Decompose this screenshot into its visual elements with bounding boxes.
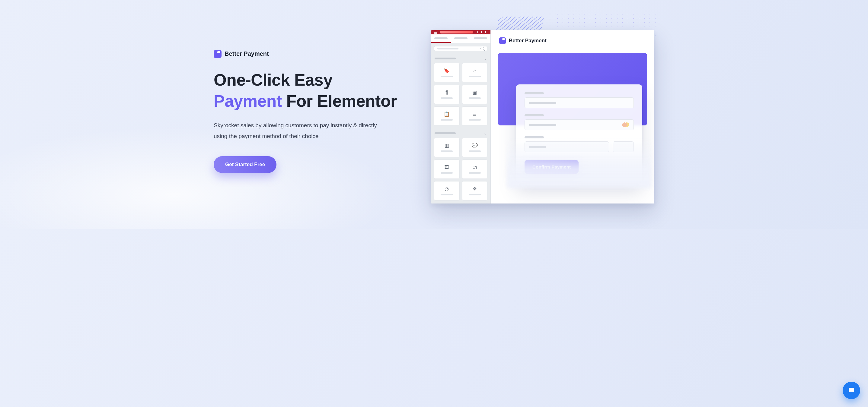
form-field-card [525, 114, 634, 130]
search-icon [480, 47, 484, 50]
editor-canvas: Better Payment [491, 30, 654, 203]
widget-piechart[interactable]: ◔ [434, 181, 460, 201]
form-field-3 [525, 136, 634, 152]
mastercard-icon [622, 123, 629, 127]
pilcrow-icon: ¶ [445, 90, 448, 95]
widget-grid-1: 🔖 ⌂ ¶ ▣ 📋 ≣ [431, 62, 490, 129]
hamburger-icon[interactable]: ☰ [434, 30, 438, 34]
widget-chat[interactable]: 💬 [462, 138, 488, 157]
panel-tab-2[interactable] [451, 34, 471, 43]
cvc-input[interactable] [613, 141, 634, 152]
elementor-panel-header: ☰ ⋮⋮⋮ [431, 30, 490, 34]
diagonal-lines-decoration [496, 16, 544, 32]
widget-image[interactable]: 🖼 [434, 160, 460, 179]
hero-illustration: ☰ ⋮⋮⋮ ⌄ 🔖 ⌂ [425, 18, 654, 205]
widget-clipboard[interactable]: 📋 [434, 106, 460, 126]
get-started-button[interactable]: Get Started Free [214, 156, 276, 173]
panel-tab-3[interactable] [470, 34, 490, 43]
page-title: One-Click Easy Payment For Elementor [214, 69, 401, 112]
widget-form[interactable]: 🗂 [462, 160, 488, 179]
subheadline: Skyrocket sales by allowing customers to… [214, 120, 383, 142]
widget-bookmark[interactable]: 🔖 [434, 63, 460, 82]
widget-columns[interactable]: ▥ [434, 138, 460, 157]
layers-icon: ❖ [473, 186, 477, 192]
home-icon: ⌂ [473, 68, 476, 73]
brand: Better Payment [214, 50, 401, 58]
widget-grid-2: ▥ 💬 🖼 🗂 ◔ ❖ [431, 137, 490, 203]
text-input[interactable] [525, 97, 634, 108]
pie-chart-icon: ◔ [444, 186, 449, 192]
bookmark-icon: 🔖 [444, 68, 450, 73]
chevron-down-icon: ⌄ [484, 56, 487, 61]
panel-tabs [431, 34, 490, 43]
product-mockup: ☰ ⋮⋮⋮ ⌄ 🔖 ⌂ [431, 30, 654, 203]
headline-line1: One-Click Easy [214, 71, 332, 89]
widget-paragraph[interactable]: ¶ [434, 85, 460, 104]
field-label [525, 136, 544, 138]
headline-accent: Payment [214, 92, 282, 110]
brand-name: Better Payment [224, 50, 269, 57]
image-icon: 🖼 [444, 165, 449, 170]
widget-section-2-header[interactable]: ⌄ [431, 129, 490, 137]
hero-section: Better Payment One-Click Easy Payment Fo… [205, 0, 663, 223]
widget-section-1-header[interactable]: ⌄ [431, 54, 490, 62]
widget-layers[interactable]: ❖ [462, 181, 488, 201]
search-placeholder [437, 47, 459, 49]
chat-bubbles-icon: 💬 [472, 143, 478, 148]
payment-form-card: Confirm Payment [516, 84, 642, 183]
columns-icon: ▥ [444, 143, 449, 148]
card-number-input[interactable] [525, 120, 634, 130]
clipboard-icon: 📋 [444, 112, 450, 117]
headline-line2-rest: For Elementor [282, 92, 397, 110]
align-left-icon: ≣ [473, 112, 476, 117]
widget-search-input[interactable] [434, 46, 488, 51]
panel-tab-1[interactable] [431, 34, 451, 43]
grid-icon[interactable]: ⋮⋮⋮ [476, 30, 488, 34]
form-icon: 🗂 [472, 165, 477, 170]
canvas-widget-title: Better Payment [509, 38, 547, 44]
brand-logo-icon [214, 50, 221, 58]
widget-text-align[interactable]: ≣ [462, 106, 488, 126]
field-label [525, 114, 544, 116]
widget-home[interactable]: ⌂ [462, 63, 488, 82]
widget-image-box[interactable]: ▣ [462, 85, 488, 104]
widget-logo-icon [499, 37, 506, 44]
panel-title-placeholder [440, 31, 473, 33]
field-label [525, 92, 544, 94]
elementor-panel: ☰ ⋮⋮⋮ ⌄ 🔖 ⌂ [431, 30, 491, 203]
chevron-down-icon: ⌄ [484, 131, 487, 135]
form-field-1 [525, 92, 634, 108]
confirm-payment-button[interactable]: Confirm Payment [525, 160, 579, 174]
hero-copy: Better Payment One-Click Easy Payment Fo… [214, 50, 401, 173]
canvas-widget-header: Better Payment [491, 30, 654, 49]
exp-input[interactable] [525, 141, 609, 152]
image-frame-icon: ▣ [472, 90, 477, 95]
